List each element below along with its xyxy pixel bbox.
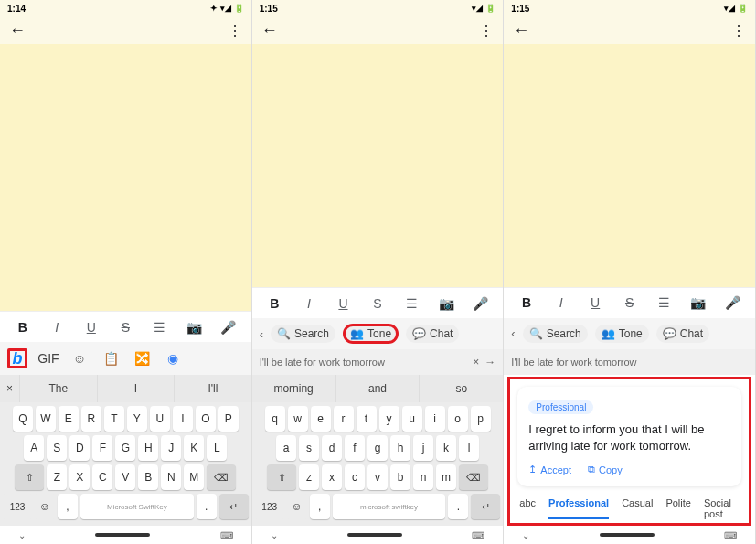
key-123[interactable]: 123 [255,494,284,519]
note-body[interactable] [504,44,755,287]
key-v[interactable]: v [367,464,388,490]
suggestion-3[interactable]: so [420,375,503,402]
more-vert-icon[interactable]: ⋮ [228,22,242,39]
tone-tab-professional[interactable]: Professional [548,497,609,519]
list-button[interactable]: ☰ [399,296,423,311]
underline-button[interactable]: U [331,296,355,311]
translate-icon[interactable]: 🔀 [132,348,152,368]
nav-collapse-icon[interactable]: ⌄ [271,530,278,540]
key-n[interactable]: N [161,464,181,490]
more-vert-icon[interactable]: ⋮ [731,22,746,39]
sticker-icon[interactable]: ☺ [69,348,90,368]
suggestion-3[interactable]: I'll [175,375,251,402]
key-period[interactable]: . [448,494,468,519]
key-u[interactable]: U [150,406,170,432]
key-z[interactable]: z [299,464,319,490]
key-i[interactable]: i [425,406,445,432]
camera-icon[interactable]: 📷 [182,320,206,335]
key-enter[interactable]: ↵ [471,494,500,519]
tone-button[interactable]: 👥 Tone [595,325,649,343]
nav-home-pill[interactable] [600,533,655,537]
key-space[interactable]: Microsoft SwiftKey [333,494,446,519]
key-p[interactable]: p [471,406,491,432]
nav-home-pill[interactable] [95,533,150,537]
key-k[interactable]: k [436,435,456,461]
key-a[interactable]: A [24,435,44,461]
bing-icon[interactable]: b [7,348,27,368]
key-b[interactable]: b [390,464,410,490]
suggestion-2[interactable]: I [98,375,176,402]
key-d[interactable]: d [322,435,342,461]
location-icon[interactable]: ◉ [163,348,183,368]
key-shift[interactable]: ⇧ [267,464,296,490]
note-body[interactable] [252,44,504,287]
tone-button[interactable]: 👥 Tone [343,324,399,344]
italic-button[interactable]: I [549,295,573,310]
camera-icon[interactable]: 📷 [687,295,710,310]
tone-tab-social[interactable]: Social post [704,497,740,519]
list-button[interactable]: ☰ [652,295,676,310]
mic-icon[interactable]: 🎤 [217,320,240,335]
key-l[interactable]: l [459,435,479,461]
gif-icon[interactable]: GIF [38,348,59,368]
bold-button[interactable]: B [11,320,35,335]
key-e[interactable]: e [311,406,331,432]
suggestion-1[interactable]: The [20,375,98,402]
key-r[interactable]: R [81,406,101,432]
key-u[interactable]: u [402,406,422,432]
suggestion-1[interactable]: morning [252,375,336,402]
key-emoji[interactable]: ☺ [287,494,307,519]
key-f[interactable]: f [345,435,365,461]
key-f[interactable]: F [92,435,112,461]
key-j[interactable]: J [161,435,181,461]
suggestion-2[interactable]: and [336,375,421,402]
key-r[interactable]: r [334,406,354,432]
key-e[interactable]: E [59,406,79,432]
list-button[interactable]: ☰ [148,320,172,335]
underline-button[interactable]: U [80,320,103,335]
back-chevron-icon[interactable]: ‹ [260,327,263,341]
forward-arrow-icon[interactable]: → [484,356,495,368]
key-p[interactable]: P [218,406,239,432]
nav-keyboard-icon[interactable]: ⌨ [220,530,233,540]
search-button[interactable]: 🔍 Search [271,325,335,343]
key-h[interactable]: H [138,435,158,461]
nav-keyboard-icon[interactable]: ⌨ [724,530,737,540]
strike-button[interactable]: S [113,320,137,335]
key-l[interactable]: L [207,435,227,461]
copy-button[interactable]: ⧉ Copy [588,464,623,475]
key-comma[interactable]: , [58,494,78,519]
key-c[interactable]: C [92,464,112,490]
back-arrow-icon[interactable]: ← [261,21,278,40]
italic-button[interactable]: I [297,296,321,311]
key-backspace[interactable]: ⌫ [207,464,236,490]
close-suggestions[interactable]: × [0,375,20,402]
bold-button[interactable]: B [515,295,538,310]
key-shift[interactable]: ⇧ [15,464,44,490]
back-arrow-icon[interactable]: ← [9,21,26,40]
italic-button[interactable]: I [45,320,69,335]
strike-button[interactable]: S [366,296,389,311]
key-w[interactable]: w [288,406,308,432]
key-period[interactable]: . [197,494,217,519]
key-k[interactable]: K [184,435,204,461]
key-o[interactable]: o [448,406,468,432]
key-x[interactable]: X [69,464,90,490]
mic-icon[interactable]: 🎤 [469,296,493,311]
key-emoji[interactable]: ☺ [35,494,55,519]
tone-tab-casual[interactable]: Casual [622,497,653,519]
nav-keyboard-icon[interactable]: ⌨ [472,530,484,540]
key-g[interactable]: g [367,435,388,461]
key-w[interactable]: W [36,406,56,432]
more-vert-icon[interactable]: ⋮ [479,22,494,39]
key-z[interactable]: Z [47,464,67,490]
chat-button[interactable]: 💬 Chat [656,325,709,343]
key-j[interactable]: j [413,435,433,461]
nav-collapse-icon[interactable]: ⌄ [18,530,26,540]
key-d[interactable]: D [69,435,90,461]
key-v[interactable]: V [115,464,135,490]
key-space[interactable]: Microsoft SwiftKey [80,494,194,519]
key-a[interactable]: a [276,435,296,461]
key-c[interactable]: c [345,464,365,490]
key-m[interactable]: M [184,464,204,490]
